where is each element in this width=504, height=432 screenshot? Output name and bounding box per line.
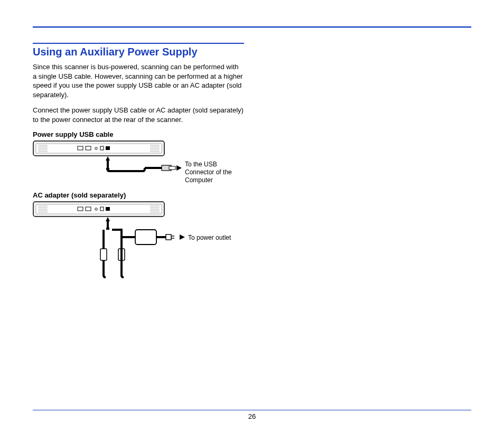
page: Using an Auxiliary Power Supply Since th… xyxy=(0,0,504,432)
diagram2-callout: To power outlet xyxy=(188,234,231,242)
svg-rect-6 xyxy=(106,146,110,150)
svg-rect-45 xyxy=(135,230,156,245)
diagram-usb-cable: To the USB Connector of the Computer xyxy=(33,140,244,183)
svg-rect-29 xyxy=(106,207,110,211)
svg-rect-19 xyxy=(106,168,109,170)
content-column: Using an Auxiliary Power Supply Since th… xyxy=(33,43,244,280)
page-footer: 26 xyxy=(33,410,471,420)
svg-rect-1 xyxy=(36,144,162,153)
footer-rule xyxy=(33,410,471,410)
svg-rect-42 xyxy=(106,228,109,230)
diagram2-heading: AC adapter (sold separately) xyxy=(33,191,244,199)
section-rule xyxy=(33,43,244,44)
ac-adapter-illustration-icon xyxy=(33,201,212,280)
svg-rect-21 xyxy=(169,166,175,170)
diagram1-heading: Power supply USB cable xyxy=(33,130,244,138)
diagram1-callout: To the USB Connector of the Computer xyxy=(185,161,243,184)
diagram-ac-adapter: To power outlet xyxy=(33,201,244,280)
svg-rect-43 xyxy=(100,249,107,260)
svg-marker-22 xyxy=(176,165,182,171)
svg-rect-24 xyxy=(36,204,162,214)
top-rule xyxy=(33,26,471,28)
svg-rect-46 xyxy=(166,234,171,240)
paragraph-2: Connect the power supply USB cable or AC… xyxy=(33,106,244,124)
page-number: 26 xyxy=(248,412,256,420)
svg-marker-49 xyxy=(180,234,185,240)
paragraph-1: Since this scanner is bus-powered, scann… xyxy=(33,62,244,99)
section-title: Using an Auxiliary Power Supply xyxy=(33,46,244,58)
